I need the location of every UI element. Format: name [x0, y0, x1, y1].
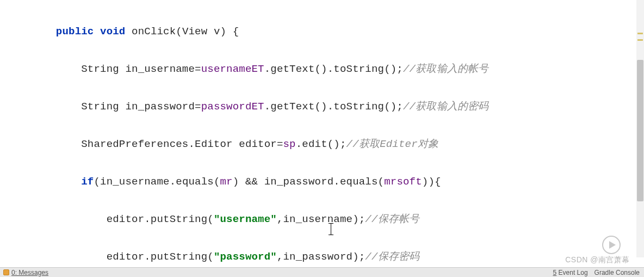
gradle-console-button[interactable]: Gradle Console [595, 269, 640, 276]
svg-marker-1 [609, 241, 616, 249]
text-caret [331, 223, 331, 235]
watermark-text: CSDN @南宫萧幕 [565, 255, 630, 265]
code-block: public void onClick(View v) { String in_… [0, 3, 644, 267]
messages-button[interactable]: 0: Messages [11, 269, 48, 276]
event-log-button[interactable]: 5 Event Log [553, 269, 588, 276]
status-bar: 0: Messages 5 Event Log Gradle Console [0, 267, 644, 277]
code-editor[interactable]: public void onClick(View v) { String in_… [0, 0, 644, 267]
vertical-scrollbar[interactable] [636, 0, 644, 257]
messages-icon [3, 269, 9, 275]
